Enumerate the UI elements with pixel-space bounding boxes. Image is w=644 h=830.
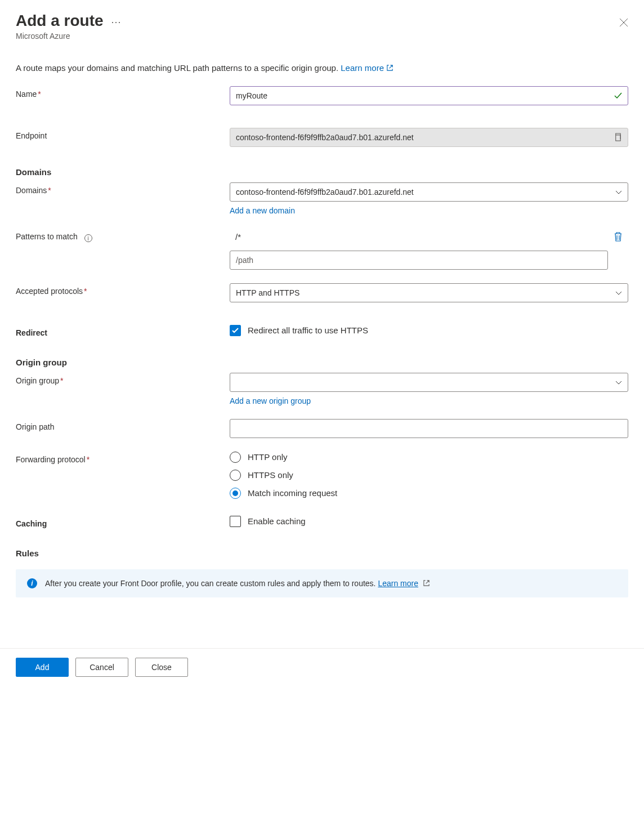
chevron-down-icon — [615, 289, 622, 296]
protocols-label: Accepted protocols* — [16, 283, 230, 296]
domains-select[interactable]: contoso-frontend-f6f9f9ffb2a0aud7.b01.az… — [230, 182, 628, 202]
origin-path-label: Origin path — [16, 419, 230, 431]
origin-section-header: Origin group — [16, 358, 628, 367]
description-text: A route maps your domains and matching U… — [16, 63, 628, 73]
external-link-icon — [423, 579, 430, 587]
forwarding-radio-match[interactable]: Match incoming request — [230, 488, 628, 499]
forwarding-radio-https[interactable]: HTTPS only — [230, 470, 628, 481]
forwarding-radio-group: HTTP only HTTPS only Match incoming requ… — [230, 452, 628, 499]
redirect-checkbox-label: Redirect all traffic to use HTTPS — [248, 325, 368, 335]
protocols-select[interactable]: HTTP and HTTPS — [230, 283, 628, 302]
rules-section-header: Rules — [16, 548, 628, 558]
caching-label: Caching — [16, 516, 230, 528]
cancel-button[interactable]: Cancel — [75, 658, 128, 677]
redirect-label: Redirect — [16, 325, 230, 337]
radio-icon — [230, 470, 241, 481]
caching-checkbox[interactable] — [230, 516, 241, 527]
add-button[interactable]: Add — [16, 658, 69, 677]
close-icon[interactable] — [619, 18, 628, 27]
description-body: A route maps your domains and matching U… — [16, 63, 338, 73]
origin-group-label: Origin group* — [16, 373, 230, 385]
check-icon — [614, 91, 623, 100]
info-icon[interactable]: i — [84, 234, 92, 242]
patterns-label: Patterns to match i — [16, 229, 230, 243]
chevron-down-icon — [615, 189, 622, 195]
add-domain-link[interactable]: Add a new domain — [230, 206, 295, 215]
domains-section-header: Domains — [16, 167, 628, 177]
origin-group-select[interactable] — [230, 373, 628, 392]
page-subtitle: Microsoft Azure — [16, 32, 122, 41]
close-button[interactable]: Close — [135, 658, 188, 677]
pattern-value: /* — [230, 229, 608, 245]
footer: Add Cancel Close — [0, 648, 644, 690]
external-link-icon — [386, 64, 393, 72]
copy-icon[interactable] — [614, 133, 622, 141]
panel-header: Add a route ··· Microsoft Azure — [16, 6, 628, 41]
add-origin-group-link[interactable]: Add a new origin group — [230, 396, 311, 405]
name-input[interactable] — [230, 86, 628, 105]
forwarding-radio-http[interactable]: HTTP only — [230, 452, 628, 463]
radio-icon — [230, 488, 241, 499]
chevron-down-icon — [615, 379, 622, 386]
domains-label: Domains* — [16, 182, 230, 195]
origin-path-input[interactable] — [230, 419, 628, 438]
endpoint-label: Endpoint — [16, 128, 230, 140]
radio-icon — [230, 452, 241, 463]
delete-icon[interactable] — [614, 231, 623, 242]
caching-checkbox-label: Enable caching — [248, 516, 306, 526]
info-banner-icon: i — [27, 578, 37, 588]
forwarding-label: Forwarding protocol* — [16, 452, 230, 464]
learn-more-link[interactable]: Learn more — [341, 63, 393, 73]
svg-rect-0 — [616, 135, 620, 141]
more-icon[interactable]: ··· — [111, 17, 122, 27]
pattern-item: /* — [230, 229, 628, 245]
pattern-input[interactable] — [230, 251, 608, 270]
name-label: Name* — [16, 86, 230, 99]
rules-info-banner: i After you create your Front Door profi… — [16, 569, 628, 597]
endpoint-value: contoso-frontend-f6f9f9ffb2a0aud7.b01.az… — [230, 128, 628, 147]
rules-learn-more-link[interactable]: Learn more — [378, 579, 418, 588]
page-title: Add a route — [16, 11, 104, 30]
redirect-checkbox[interactable] — [230, 325, 241, 336]
rules-info-text: After you create your Front Door profile… — [45, 579, 430, 588]
